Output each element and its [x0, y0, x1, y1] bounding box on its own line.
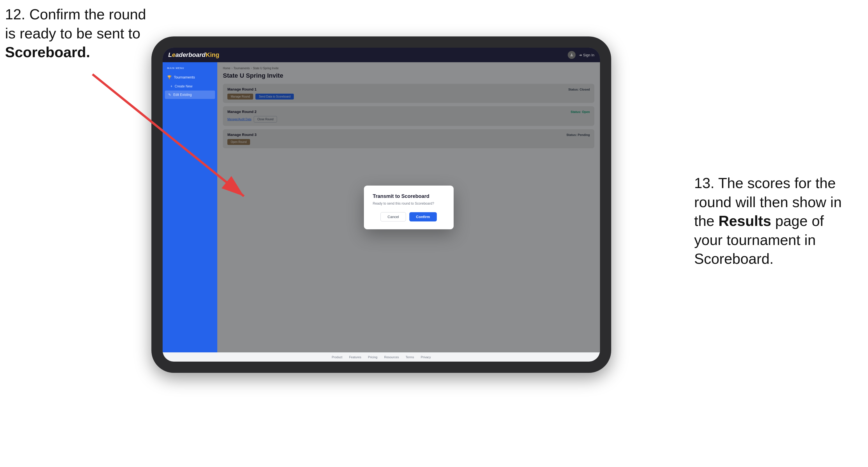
avatar — [568, 51, 576, 59]
top-nav: LeaderboardKing ➜ Sign In — [163, 48, 600, 62]
sidebar-item-edit-existing[interactable]: ✎ Edit Existing — [165, 91, 215, 99]
tablet-screen: LeaderboardKing ➜ Sign In MAIN MENU 🏆 To… — [163, 48, 600, 362]
annotation-line2: is ready to be sent to — [5, 25, 141, 41]
modal-title: Transmit to Scoreboard — [373, 193, 445, 199]
tablet-device: LeaderboardKing ➜ Sign In MAIN MENU 🏆 To… — [151, 36, 611, 373]
footer-resources[interactable]: Resources — [384, 355, 399, 359]
svg-point-2 — [571, 54, 572, 55]
edit-icon: ✎ — [168, 93, 171, 97]
modal-confirm-button[interactable]: Confirm — [409, 212, 437, 221]
modal-subtitle: Ready to send this round to Scoreboard? — [373, 201, 445, 206]
footer-features[interactable]: Features — [349, 355, 361, 359]
page-content: Home › Tournaments › State U Spring Invi… — [217, 62, 600, 352]
main-content: MAIN MENU 🏆 Tournaments + Create New ✎ E… — [163, 62, 600, 352]
sign-in-label[interactable]: ➜ Sign In — [579, 53, 594, 57]
annotation-line1: Confirm the round — [29, 6, 146, 23]
sidebar-menu-label: MAIN MENU — [163, 67, 217, 72]
logo: LeaderboardKing — [168, 51, 219, 59]
transmit-modal: Transmit to Scoreboard Ready to send thi… — [364, 186, 454, 229]
sidebar-item-tournaments[interactable]: 🏆 Tournaments — [163, 72, 217, 82]
annotation-top: 12. Confirm the round is ready to be sen… — [5, 5, 162, 62]
logo-text: LeaderboardKing — [168, 51, 219, 59]
edit-existing-label: Edit Existing — [173, 93, 192, 97]
footer: Product Features Pricing Resources Terms… — [163, 352, 600, 362]
sidebar: MAIN MENU 🏆 Tournaments + Create New ✎ E… — [163, 62, 217, 352]
annotation-bottom-step: 13. — [694, 175, 714, 191]
trophy-icon: 🏆 — [167, 75, 172, 79]
sidebar-tournaments-label: Tournaments — [174, 75, 195, 79]
modal-overlay: Transmit to Scoreboard Ready to send thi… — [217, 62, 600, 352]
modal-actions: Cancel Confirm — [373, 212, 445, 221]
footer-pricing[interactable]: Pricing — [368, 355, 378, 359]
plus-icon: + — [170, 84, 173, 88]
annotation-bold: Scoreboard. — [5, 44, 90, 60]
step-number: 12. — [5, 6, 25, 23]
footer-privacy[interactable]: Privacy — [421, 355, 431, 359]
modal-cancel-button[interactable]: Cancel — [380, 212, 406, 221]
footer-product[interactable]: Product — [332, 355, 342, 359]
annotation-bottom-bold: Results — [719, 213, 771, 229]
create-new-label: Create New — [175, 84, 192, 88]
footer-terms[interactable]: Terms — [406, 355, 414, 359]
annotation-bottom: 13. The scores for the round will then s… — [694, 174, 851, 269]
sidebar-item-create-new[interactable]: + Create New — [163, 82, 217, 91]
logo-king: King — [206, 51, 219, 58]
nav-right: ➜ Sign In — [568, 51, 594, 59]
